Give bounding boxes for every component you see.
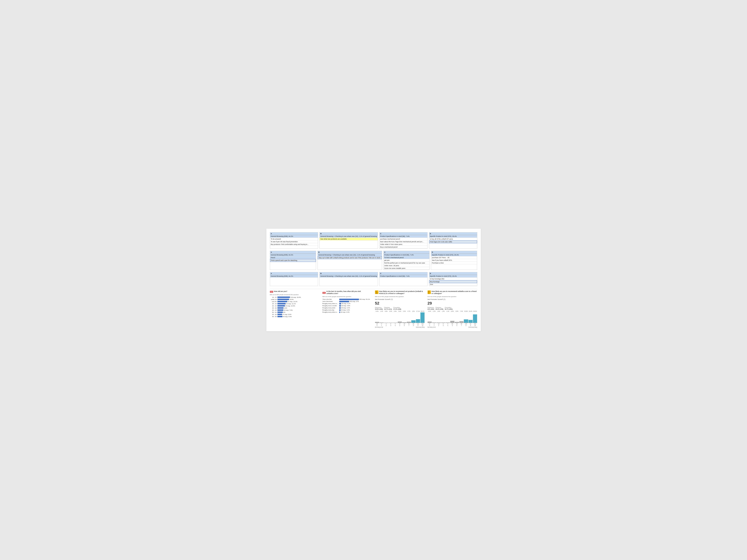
nps2-promoters: Promoters52.7% (354) <box>445 307 453 310</box>
panel-b-row2: B General Browsing > Checking to see wha… <box>317 251 382 270</box>
panel-a-row1: A General Browsing (838), 64.2% To be am… <box>270 232 318 249</box>
age-bar-5559 <box>277 316 282 317</box>
freq-label-once-month: Roughly once a month <box>323 305 339 306</box>
panel-b-row1: B General Browsing > Checking to see wha… <box>319 232 378 249</box>
freq-pct-first: 352 resp. 53.1% <box>359 298 370 300</box>
panel-d3-r2: Buy kurutoga <box>429 280 477 283</box>
panel-b3-header: B <box>319 272 378 275</box>
freq-title: In the last 12 months, how often did you… <box>327 290 372 295</box>
nps2-bar-2 <box>437 322 441 323</box>
panel-a2-header: A <box>270 251 316 254</box>
panel-d-r2: Find Signo DX 0.38 color refills <box>429 240 477 243</box>
nps1-bar-6 <box>402 322 406 323</box>
age-pct-4549: 47 resp. 6.9% <box>283 314 291 315</box>
age-bar-container-5559: 44 resp. 6.9% <box>277 316 319 317</box>
nps1-bar-8 <box>411 320 415 323</box>
panel-c3-subheader: Product Specifications in mind (96), 7.4… <box>380 275 428 277</box>
nps1-survey-panel: Q 18 How likely are you to recommend uni… <box>375 290 425 328</box>
panel-d2-header: D <box>431 251 477 254</box>
age-bar-2529 <box>277 303 286 304</box>
age-label-5054: 50 - 54 <box>270 312 277 313</box>
panel-a-r2: To see if pen ink was fraud prevention <box>270 240 318 243</box>
spreadsheet-row-2: A General Browsing (838), 64.2% Pencil F… <box>270 251 477 270</box>
age-label-under16: under 16 <box>270 299 277 300</box>
age-bar-container-3539: 8.8% <box>277 307 319 309</box>
freq-pct-few: 183 resp. 27% <box>350 301 359 302</box>
age-pct-2529: 44 resp. 12.1% <box>286 303 296 304</box>
freq-bar-other-week: 16 resp. 2.3% <box>339 311 372 313</box>
panel-d2-r3: Purchase a Dive <box>431 262 477 264</box>
age-bar-3034 <box>277 305 285 306</box>
panel-c-r1: purchase mechanical pencil <box>380 238 428 240</box>
nps1-bar-9 <box>416 319 420 323</box>
nps2-net-label: Net Promoter Score® (?) <box>428 298 477 300</box>
nps1-promoters: Promoters67.4% (448) <box>393 307 401 310</box>
panel-b-subheader: General Browsing > Checking to see whats… <box>319 235 378 238</box>
survey-section: Q3 How old are you? 680 out of 680 peopl… <box>270 289 477 328</box>
q2-badge: Q2 <box>323 292 326 294</box>
main-container: A General Browsing (838), 64.2% To be am… <box>266 229 481 331</box>
freq-row-first: This is the first 352 resp. 53.1% <box>323 298 372 300</box>
nps2-number-row: 0 1 2 3 4 5 6 7 8 9 10 <box>428 325 477 326</box>
age-survey-panel: Q3 How old are you? 680 out of 680 peopl… <box>270 290 319 328</box>
nps1-not-likely: Not likely at all <box>375 326 383 328</box>
nps2-bar-chart <box>428 312 477 323</box>
nps1-bar-10 <box>420 313 424 323</box>
freq-bar-fill-other-month <box>339 303 341 304</box>
age-bar-container-1824: 118 resp. 18.6% <box>277 296 319 298</box>
nps1-count-row: 29 9 4 6 5 37 16 31 80 114 334 <box>375 323 425 325</box>
spreadsheet-row-1: A General Browsing (838), 64.2% To be am… <box>270 232 477 249</box>
nps2-categories: Detractors24% (162) Passives23.2% (150) … <box>428 307 477 310</box>
freq-bar-fill-day <box>339 310 340 311</box>
freq-bar-other-month: 35 resp. 5.1% <box>339 303 372 304</box>
panel-c2-r1: To find a mechanical pencil. <box>384 256 429 259</box>
panel-a2-r2: Find a pencil and a pen for sketching <box>270 259 316 262</box>
freq-bar-fill-few <box>339 301 349 302</box>
freq-label-other-month: Roughly every other month <box>323 303 339 304</box>
panel-d2-subheader: Specific Product in mind (370), 28.4% <box>431 254 477 256</box>
freq-pct-other-week: 16 resp. 2.3% <box>341 311 350 313</box>
panel-a2-r1: Pencil <box>270 256 316 259</box>
age-label-over60: over 60 <box>270 301 277 302</box>
age-row-5559: 55 - 59 44 resp. 6.9% <box>270 316 319 317</box>
nps2-bar-3 <box>441 322 445 323</box>
panel-a-row3: A General Browsing (838), 64.2% <box>270 272 318 286</box>
q18-badge: Q 18 <box>375 290 379 294</box>
panel-b3-subheader: General Browsing > Checking to see whats… <box>319 275 378 277</box>
nps1-detractors: Detractors15.9% (106) <box>375 307 383 310</box>
freq-label-other-week: Roughly every other week <box>323 311 339 313</box>
freq-row-few: Just a few times 183 resp. 27% <box>323 301 372 302</box>
age-pct-over60: 41 resp. 14.2% <box>288 301 298 302</box>
freq-row-other-month: Roughly every other month 35 resp. 5.1% <box>323 303 372 304</box>
nps1-bar-7 <box>407 322 411 323</box>
age-subtitle: 680 out of 680 people answered this ques… <box>270 294 319 295</box>
nps1-bar-chart <box>375 312 425 323</box>
age-row-2529: 25 - 29 44 resp. 12.1% <box>270 303 319 304</box>
freq-bar-fill-first <box>339 299 359 300</box>
age-pct-4044: 33 resp. 7.9% <box>284 310 292 311</box>
freq-row-week: Roughly every week 28 resp. 4.2% <box>323 307 372 309</box>
panel-a3-subheader: General Browsing (838), 64.2% <box>270 275 318 277</box>
nps2-bar-0 <box>428 322 432 323</box>
panel-b-r1: See what new products are available <box>319 238 378 240</box>
panel-d-row2: D Specific Product in mind (370), 28.4% … <box>431 251 477 270</box>
panel-c-r2: learn about the Kuru Toga Dive mechanica… <box>380 240 428 243</box>
panel-d3-r1: to buy kurutoga dive <box>429 277 477 280</box>
panel-c2-subheader: Product Specifications in mind (96), 7.4… <box>384 254 429 256</box>
panel-d3-subheader: Specific Product in mind (370), 28.4% <box>429 275 477 277</box>
nps2-detractors: Detractors24% (162) <box>428 307 434 310</box>
freq-bar-once-month: 33 resp. 4.8% <box>339 305 372 306</box>
panel-a-row2: A General Browsing (838), 64.2% Pencil F… <box>270 251 316 270</box>
age-bar-container-3034: 43 resp. 10.9% <box>277 305 319 307</box>
nps2-pct-row: 5.5% 1.2% 1.8% 1.3% 1.3% 8.9% 3.9% 7.4% … <box>428 311 477 312</box>
panel-a3-header: A <box>270 272 318 275</box>
nps2-count-row: 37 8 12 9 9 60 26 50 105 91 264 <box>428 323 477 325</box>
panel-b2-subheader: General Browsing > Checking to see whats… <box>318 254 382 256</box>
panel-d3-r3: Dive <box>429 283 477 286</box>
age-row-5054: 50 - 54 8% <box>270 312 319 313</box>
nps1-bar-0 <box>375 322 379 323</box>
panel-c-subheader: Product Specifications in mind (96), 7.4… <box>380 235 428 238</box>
age-label-4549: 45 - 49 <box>270 314 277 315</box>
nps2-bar-6 <box>455 322 459 323</box>
nps2-bar-9 <box>468 320 473 323</box>
